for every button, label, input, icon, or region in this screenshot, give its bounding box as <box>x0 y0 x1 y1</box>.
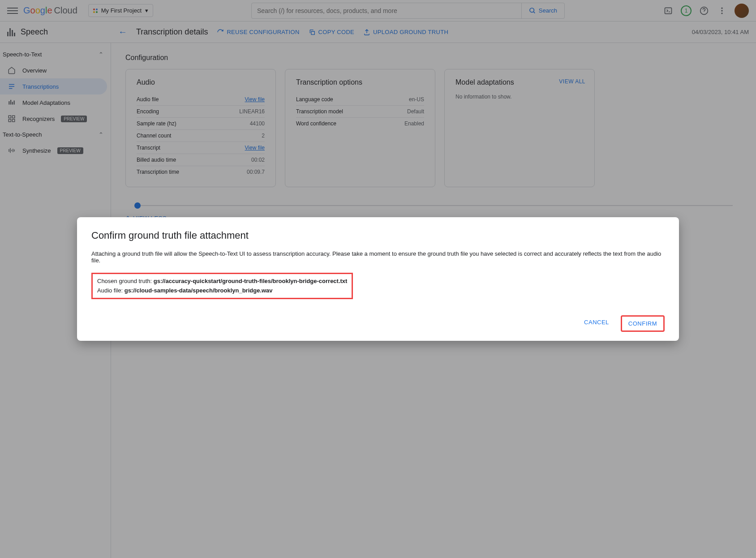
audio-file-path: gs://cloud-samples-data/speech/brooklyn_… <box>125 287 273 294</box>
confirm-button[interactable]: CONFIRM <box>621 315 665 332</box>
modal-overlay: Confirm ground truth file attachment Att… <box>0 0 756 558</box>
modal-title: Confirm ground truth file attachment <box>91 230 665 241</box>
file-info-box: Chosen ground truth: gs://accuracy-quick… <box>91 273 353 300</box>
modal-description: Attaching a ground truth file will allow… <box>91 250 665 264</box>
cancel-button[interactable]: CANCEL <box>578 315 615 332</box>
ground-truth-path: gs://accuracy-quickstart/ground-truth-fi… <box>154 278 348 284</box>
confirm-ground-truth-modal: Confirm ground truth file attachment Att… <box>77 217 679 341</box>
